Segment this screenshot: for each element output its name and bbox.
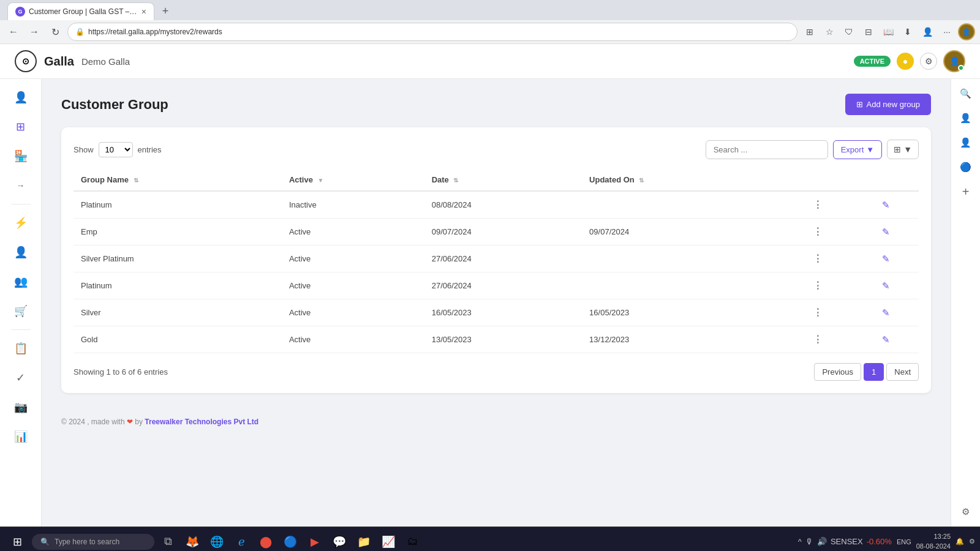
cell-group-name: Gold <box>74 326 282 353</box>
sidebar-item-profile[interactable]: 👤 <box>7 84 34 111</box>
cell-action-dots[interactable]: ⋮ <box>782 246 853 272</box>
systray-expand[interactable]: ^ <box>798 537 802 546</box>
next-button[interactable]: Next <box>886 363 919 381</box>
cell-edit[interactable]: ✎ <box>853 326 919 353</box>
grid-view-button[interactable]: ⊞ ▼ <box>887 140 919 159</box>
back-button[interactable]: ← <box>5 23 22 40</box>
header-settings-btn[interactable]: ⚙ <box>920 53 937 70</box>
edit-icon[interactable]: ✎ <box>882 253 890 264</box>
action-menu-btn[interactable]: ⋮ <box>813 280 823 291</box>
extensions-btn[interactable]: ⊞ <box>801 23 818 40</box>
action-menu-btn[interactable]: ⋮ <box>813 334 823 345</box>
browser-profile-avatar[interactable]: 👤 <box>958 23 975 40</box>
taskbar-file-manager[interactable]: 🗂 <box>402 531 424 552</box>
tab-close-btn[interactable]: × <box>141 7 146 17</box>
taskbar-chrome[interactable]: 🔵 <box>279 531 301 552</box>
action-menu-btn[interactable]: ⋮ <box>813 307 823 318</box>
reload-button[interactable]: ↻ <box>47 23 64 40</box>
prev-button[interactable]: Previous <box>814 363 861 381</box>
systray-mic[interactable]: 🎙 <box>805 537 813 546</box>
taskbar-task-view[interactable]: ⧉ <box>157 531 179 552</box>
table-row: Gold Active 13/05/2023 13/12/2023 ⋮ ✎ <box>74 326 919 353</box>
col-date: Date ⇅ <box>424 169 582 191</box>
col-actions <box>782 169 853 191</box>
page-1-button[interactable]: 1 <box>864 363 884 381</box>
new-tab-button[interactable]: + <box>157 3 174 20</box>
url-input[interactable] <box>88 28 790 36</box>
more-btn[interactable]: ··· <box>938 23 956 40</box>
taskbar-circle[interactable]: ⬤ <box>255 531 277 552</box>
star-btn[interactable]: ☆ <box>821 23 838 40</box>
export-button[interactable]: Export ▼ <box>833 140 882 159</box>
right-user-icon[interactable]: 👤 <box>956 108 976 128</box>
action-menu-btn[interactable]: ⋮ <box>813 253 823 264</box>
right-add-icon[interactable]: + <box>956 182 976 201</box>
sort-icon-date[interactable]: ⇅ <box>453 177 458 184</box>
cell-action-dots[interactable]: ⋮ <box>782 299 853 326</box>
cell-edit[interactable]: ✎ <box>853 299 919 326</box>
sort-icon-active[interactable]: ▼ <box>318 177 324 184</box>
sort-icon-updated[interactable]: ⇅ <box>639 177 644 184</box>
bookmark-btn[interactable]: 📖 <box>880 23 897 40</box>
edit-icon[interactable]: ✎ <box>882 307 890 318</box>
add-new-group-button[interactable]: ⊞ Add new group <box>845 94 931 115</box>
taskbar-folder[interactable]: 📁 <box>353 531 375 552</box>
edit-icon[interactable]: ✎ <box>882 227 890 237</box>
sidebar-item-camera[interactable]: 📷 <box>7 394 34 421</box>
systray-speaker[interactable]: 🔊 <box>817 537 827 546</box>
cell-edit[interactable]: ✎ <box>853 219 919 246</box>
cell-action-dots[interactable]: ⋮ <box>782 219 853 246</box>
taskbar-firefox[interactable]: 🦊 <box>181 531 203 552</box>
search-input[interactable] <box>706 140 828 159</box>
cell-edit[interactable]: ✎ <box>853 272 919 299</box>
taskbar-stock[interactable]: 📈 <box>377 531 399 552</box>
sidebar-item-dashboard[interactable]: ⊞ <box>7 113 34 140</box>
taskbar-ie[interactable]: ℯ <box>230 531 252 552</box>
cell-action-dots[interactable]: ⋮ <box>782 326 853 353</box>
right-circle-icon[interactable]: 🔵 <box>956 157 976 177</box>
taskbar-search[interactable]: 🔍 Type here to search <box>32 534 154 550</box>
sidebar-item-rewards[interactable]: ⚡ <box>7 209 34 236</box>
entries-select[interactable]: 10 25 50 100 <box>99 142 133 157</box>
action-menu-btn[interactable]: ⋮ <box>813 200 823 210</box>
taskbar-settings-icon[interactable]: ⚙ <box>969 538 975 545</box>
sidebar-item-reports[interactable]: 📋 <box>7 335 34 362</box>
sidebar-item-groups[interactable]: 👥 <box>7 268 34 295</box>
sidebar-item-orders[interactable]: 🛒 <box>7 298 34 324</box>
taskbar: ⊞ 🔍 Type here to search ⧉ 🦊 🌐 ℯ ⬤ 🔵 ▶ 💬 … <box>0 527 980 551</box>
add-icon: ⊞ <box>856 100 863 109</box>
notification-icon[interactable]: 🔔 <box>956 538 964 545</box>
active-tab[interactable]: G Customer Group | Galla GST – In... × <box>7 2 154 20</box>
cell-action-dots[interactable]: ⋮ <box>782 272 853 299</box>
taskbar-edge[interactable]: 🌐 <box>206 531 228 552</box>
address-bar[interactable]: 🔒 <box>67 23 797 41</box>
right-user2-icon[interactable]: 👤 <box>956 133 976 152</box>
page-content: Customer Group ⊞ Add new group Show 10 <box>42 79 951 408</box>
taskbar-youtube[interactable]: ▶ <box>304 531 326 552</box>
user-avatar[interactable]: 👤 <box>943 50 965 72</box>
split-btn[interactable]: ⊟ <box>860 23 877 40</box>
footer-text-after: by <box>135 418 143 426</box>
right-settings-icon[interactable]: ⚙ <box>956 502 976 522</box>
cell-edit[interactable]: ✎ <box>853 246 919 272</box>
sidebar-item-store[interactable]: 🏪 <box>7 143 34 170</box>
download-btn[interactable]: ⬇ <box>899 23 916 40</box>
sidebar-item-customers[interactable]: 👤 <box>7 239 34 266</box>
cell-edit[interactable]: ✎ <box>853 191 919 219</box>
edit-icon[interactable]: ✎ <box>882 200 890 210</box>
forward-button[interactable]: → <box>26 23 43 40</box>
action-menu-btn[interactable]: ⋮ <box>813 227 823 237</box>
sort-icon-group[interactable]: ⇅ <box>134 177 138 184</box>
sidebar-item-tasks[interactable]: ✓ <box>7 364 34 391</box>
cell-action-dots[interactable]: ⋮ <box>782 191 853 219</box>
shield-btn[interactable]: 🛡 <box>840 23 858 40</box>
right-search-icon[interactable]: 🔍 <box>956 84 976 103</box>
profile-sync-btn[interactable]: 👤 <box>919 23 936 40</box>
edit-icon[interactable]: ✎ <box>882 334 890 345</box>
sidebar-item-forward[interactable]: → <box>7 172 34 199</box>
start-button[interactable]: ⊞ <box>5 531 29 552</box>
taskbar-skype[interactable]: 💬 <box>328 531 350 552</box>
edit-icon[interactable]: ✎ <box>882 280 890 291</box>
cell-updated-on <box>582 191 782 219</box>
sidebar-item-analytics[interactable]: 📊 <box>7 423 34 450</box>
